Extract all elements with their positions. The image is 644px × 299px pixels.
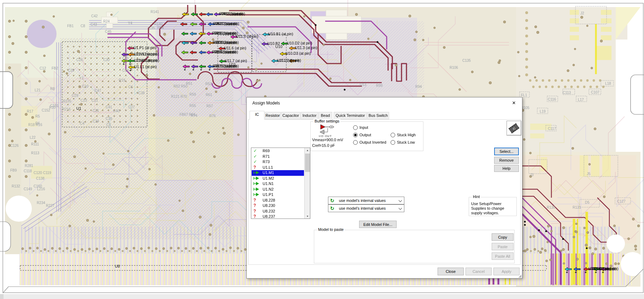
pin-label: R73	[263, 159, 270, 165]
vss-pin-value: use model's internal values	[339, 206, 386, 210]
radio-label: Stuck Low	[397, 140, 415, 144]
supply-icon: ↻	[330, 198, 334, 204]
chevron-down-icon[interactable]	[399, 199, 402, 202]
radio-label: Input	[359, 125, 368, 130]
pins-scrollbar[interactable]: ▲ ▼	[304, 148, 310, 219]
buffer-settings-legend: Buffer settings	[314, 119, 340, 123]
tab-capacitor[interactable]: Capacitor	[281, 112, 300, 119]
scroll-down-icon[interactable]: ▼	[305, 215, 310, 217]
pin-list-item-u1.n1[interactable]: U1.N1	[252, 181, 304, 187]
buffer-pin-icon	[253, 171, 260, 175]
check-icon: ✓	[253, 154, 260, 159]
buffer-settings-group: Buffer settings I/O OUT Vmeas=900.0 mV C…	[310, 121, 423, 151]
tab-quick-terminator[interactable]: Quick Terminator	[334, 112, 367, 119]
pin-label: U8.228	[263, 198, 275, 203]
vss-pin-select[interactable]: ↻ use model's internal values	[328, 204, 404, 212]
buffer-pin-icon	[253, 176, 260, 181]
app-canvas: R141C42C43C8FB1R24C45Y4R140FB4C35U13R99R…	[0, 0, 644, 299]
model-to-paste-group: Model to paste	[314, 230, 515, 263]
buffer-pin-icon	[253, 171, 260, 175]
radio-label: Stuck High	[397, 133, 416, 137]
radio-label: Output Inverted	[359, 140, 386, 144]
pin-list-item-r71[interactable]: ✓R71	[252, 154, 304, 160]
question-icon: ?	[253, 165, 260, 170]
radio-label: Output	[359, 133, 371, 137]
check-icon: ✓	[253, 160, 260, 164]
pin-label: U1.M2	[263, 176, 274, 181]
pin-list-item-u1.m1[interactable]: U1.M1	[252, 170, 304, 176]
pin-list-item-u1.p1[interactable]: U1.P1	[252, 192, 304, 198]
pin-list-item-u1.l1[interactable]: ?U1.L1	[252, 165, 304, 171]
tab-ic[interactable]: IC	[250, 111, 264, 120]
tab-inductor[interactable]: Inductor	[301, 112, 318, 119]
pin-list-item-u8.228[interactable]: ?U8.228	[252, 198, 304, 203]
pin-label: U8.230	[263, 203, 275, 209]
question-icon: ?	[253, 214, 260, 219]
pin-list-item-r73[interactable]: ✓R73	[252, 159, 304, 165]
scroll-up-icon[interactable]: ▲	[305, 149, 310, 151]
pin-list-item-u1.n2[interactable]: U1.N2	[252, 187, 304, 192]
pin-list-item-r69[interactable]: ✓R69	[252, 148, 304, 154]
hint-legend: Hint	[472, 195, 481, 199]
buffer-pin-icon	[253, 187, 260, 192]
chevron-down-icon[interactable]	[399, 207, 402, 210]
io-out-label: I/O OUT	[319, 134, 332, 138]
cref-value: Cref=15.0 pF	[312, 143, 335, 148]
apply-button[interactable]: Apply	[493, 268, 520, 275]
radio-output-inverted[interactable]	[353, 140, 358, 145]
question-icon: ?	[253, 209, 260, 214]
buffer-pin-icon	[253, 192, 260, 197]
status-bar	[0, 294, 644, 299]
pin-list-item-u8.230[interactable]: ?U8.230	[252, 203, 304, 209]
cancel-button[interactable]: Cancel	[466, 268, 492, 275]
help-button[interactable]: Help	[494, 165, 519, 172]
tab-bead[interactable]: Bead	[318, 112, 332, 119]
io-buffer-icon	[319, 124, 335, 134]
pin-label: U8.232	[263, 209, 275, 214]
edit-model-file-button[interactable]: Edit Model File...	[359, 221, 397, 228]
vcc-pin-select[interactable]: ↻ use model's internal values	[328, 197, 404, 204]
radio-stuck-high[interactable]	[391, 133, 395, 137]
pin-list-item-u8.237[interactable]: ?U8.237	[252, 214, 304, 220]
check-icon: ✓	[253, 149, 260, 153]
copy-button[interactable]: Copy	[492, 233, 514, 241]
dialog-title: Assign Models	[252, 101, 280, 106]
paste-all-button[interactable]: Paste All	[492, 252, 514, 260]
pin-list-item-u8.232[interactable]: ?U8.232	[252, 209, 304, 214]
question-icon: ?	[253, 203, 260, 208]
radio-input[interactable]	[353, 125, 358, 130]
scroll-thumb[interactable]	[305, 154, 310, 172]
vmeas-value: Vmeas=900.0 mV	[312, 138, 343, 142]
pin-label: U1.N1	[263, 181, 274, 187]
pin-label: R71	[263, 154, 270, 160]
buffer-pin-icon	[253, 187, 260, 191]
paste-button[interactable]: Paste	[492, 243, 514, 250]
tab-resistor[interactable]: Resistor	[265, 112, 281, 119]
pin-list-item-u1.m2[interactable]: U1.M2	[252, 176, 304, 181]
close-icon[interactable]: ✕	[510, 100, 517, 107]
hint-group: Hint Use Setup/Power Supplies to change …	[469, 197, 517, 216]
select-button[interactable]: Select...	[494, 148, 519, 155]
pin-label: U1.L1	[263, 165, 273, 171]
buffer-pin-icon	[253, 192, 260, 197]
pin-label: R69	[263, 148, 270, 154]
remove-button[interactable]: Remove	[494, 157, 519, 164]
hint-text: Use Setup/Power Supplies to change suppl…	[471, 202, 516, 215]
buffer-pin-icon	[253, 181, 260, 186]
ic-chip-icon: IC	[507, 121, 521, 136]
pin-label: U1.P1	[263, 192, 274, 198]
close-button[interactable]: Close	[438, 268, 464, 275]
vcc-pin-value: use model's internal values	[339, 198, 386, 203]
assign-models-dialog[interactable]: Assign Models ✕ ICResistorCapacitorInduc…	[246, 97, 522, 279]
pin-label: U1.M1	[263, 170, 274, 176]
model-to-paste-legend: Model to paste	[317, 227, 345, 232]
pin-label: U8.237	[263, 214, 275, 220]
pin-label: U1.N2	[263, 187, 274, 192]
buffer-pin-icon	[253, 181, 260, 186]
tab-bus-switch[interactable]: Bus Switch	[367, 112, 389, 119]
radio-output[interactable]	[353, 133, 358, 137]
radio-stuck-low[interactable]	[391, 140, 395, 145]
supply-icon: ↻	[330, 205, 334, 211]
pins-listbox[interactable]: ▲ ▼ ✓R69✓R71✓R73?U1.L1U1.M1U1.M2U1.N1U1.…	[251, 148, 310, 219]
question-icon: ?	[253, 198, 260, 203]
